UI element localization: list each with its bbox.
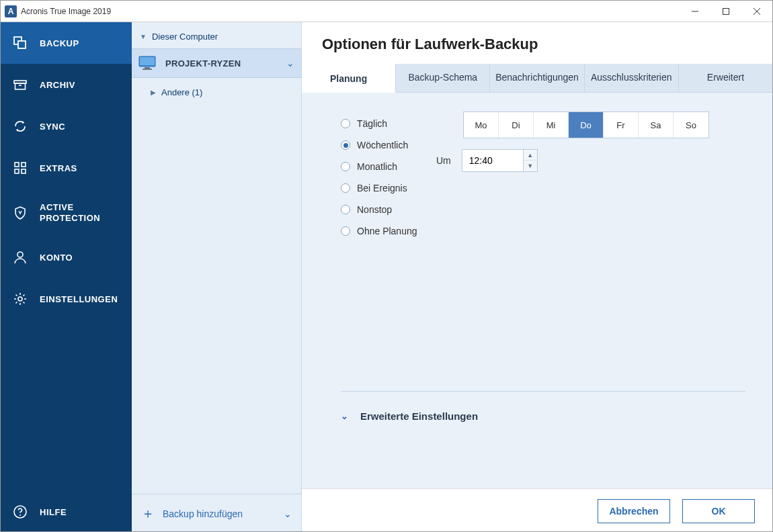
radio-icon	[341, 119, 350, 128]
nav-konto[interactable]: KONTO	[1, 236, 132, 278]
nav-label: KONTO	[40, 253, 73, 263]
nav-sync[interactable]: SYNC	[1, 105, 132, 147]
radio-icon	[341, 140, 350, 150]
nav-label: ARCHIV	[40, 80, 75, 90]
day-di[interactable]: Di	[499, 112, 534, 138]
monitor-icon	[138, 56, 156, 71]
radio-icon	[341, 205, 350, 214]
radio-icon	[341, 162, 350, 171]
window-maximize-button[interactable]	[710, 1, 741, 22]
plus-icon: ＋	[141, 504, 155, 523]
nav-archiv[interactable]: ARCHIV	[1, 64, 132, 105]
help-icon	[13, 504, 28, 519]
svg-rect-1	[723, 8, 729, 14]
shield-icon	[13, 206, 28, 220]
app-icon: A	[5, 5, 17, 17]
time-step-down[interactable]: ▼	[524, 161, 537, 171]
tree-header-label: Dieser Computer	[152, 32, 218, 42]
radio-label: Bei Ereignis	[357, 183, 407, 193]
radio-monatlich[interactable]: Monatlich	[341, 161, 745, 172]
tab-bar: Planung Backup-Schema Benachrichtigungen…	[302, 64, 772, 93]
chevron-down-icon: ▼	[140, 33, 147, 40]
svg-rect-9	[15, 163, 19, 167]
source-item-selected[interactable]: PROJEKT-RYZEN ⌄	[132, 48, 301, 78]
titlebar: A Acronis True Image 2019	[1, 1, 772, 22]
chevron-down-icon[interactable]: ⌄	[284, 508, 292, 519]
page-title: Optionen für Laufwerk-Backup	[302, 22, 772, 64]
nav-extras[interactable]: EXTRAS	[1, 147, 132, 189]
time-input[interactable]	[462, 150, 523, 171]
radio-nonstop[interactable]: Nonstop	[341, 204, 745, 215]
chevron-right-icon: ▶	[151, 89, 156, 96]
svg-rect-18	[140, 57, 155, 65]
close-icon	[754, 8, 760, 15]
tree-header-this-computer[interactable]: ▼ Dieser Computer	[132, 22, 301, 48]
gear-icon	[13, 292, 28, 306]
nav-backup[interactable]: BACKUP	[1, 22, 132, 64]
nav-einstellungen[interactable]: EINSTELLUNGEN	[1, 278, 132, 320]
account-icon	[13, 250, 28, 265]
svg-rect-5	[18, 41, 26, 48]
radio-icon	[341, 226, 350, 236]
radio-label: Monatlich	[357, 161, 397, 172]
add-backup-label: Backup hinzufügen	[163, 508, 243, 519]
nav-label: ACTIVEPROTECTION	[40, 202, 100, 223]
archive-icon	[13, 77, 28, 92]
nav-hilfe[interactable]: HILFE	[1, 491, 132, 532]
radio-ohne-planung[interactable]: Ohne Planung	[341, 226, 745, 236]
tab-label: Backup-Schema	[408, 72, 477, 83]
tab-erweitert[interactable]: Erweitert	[679, 64, 772, 92]
schedule-panel: Täglich Wöchentlich Monatlich Bei Ereign…	[302, 93, 772, 488]
window-close-button[interactable]	[741, 1, 772, 22]
advanced-settings-label: Erweiterte Einstellungen	[360, 410, 478, 422]
main-panel: Optionen für Laufwerk-Backup Planung Bac…	[302, 22, 772, 532]
cancel-button[interactable]: Abbrechen	[598, 499, 670, 523]
weekday-selector: Mo Di Mi Do Fr Sa So	[463, 112, 709, 138]
backup-icon	[13, 36, 28, 50]
maximize-icon	[723, 8, 729, 15]
time-row: Um ▲ ▼	[436, 149, 538, 172]
radio-label: Nonstop	[357, 204, 392, 215]
svg-rect-7	[15, 83, 26, 89]
svg-rect-11	[15, 169, 19, 173]
add-backup-button[interactable]: ＋ Backup hinzufügen ⌄	[132, 494, 301, 532]
chevron-down-icon[interactable]: ⌄	[286, 58, 294, 69]
source-item-label: PROJEKT-RYZEN	[165, 58, 277, 69]
advanced-settings-toggle[interactable]: ⌄ Erweiterte Einstellungen	[341, 410, 745, 422]
ok-button[interactable]: OK	[682, 499, 755, 523]
tab-label: Erweitert	[707, 72, 744, 83]
tree-header-andere[interactable]: ▶ Andere (1)	[132, 78, 301, 104]
nav-label: HILFE	[40, 507, 67, 517]
tree-header-label: Andere (1)	[161, 87, 202, 97]
tab-label: Planung	[330, 73, 367, 84]
day-so[interactable]: So	[674, 112, 708, 138]
svg-point-16	[19, 515, 21, 516]
time-label: Um	[436, 155, 451, 166]
tab-label: Ausschlusskriterien	[591, 72, 672, 83]
svg-point-14	[18, 297, 22, 301]
tab-ausschlusskriterien[interactable]: Ausschlusskriterien	[585, 64, 679, 92]
radio-icon	[341, 183, 350, 193]
tab-benachrichtigungen[interactable]: Benachrichtigungen	[490, 64, 584, 92]
window-minimize-button[interactable]	[680, 1, 710, 22]
tab-planung[interactable]: Planung	[302, 64, 396, 93]
time-step-up[interactable]: ▲	[524, 150, 537, 161]
day-mo[interactable]: Mo	[464, 112, 499, 138]
radio-bei-ereignis[interactable]: Bei Ereignis	[341, 183, 745, 193]
svg-rect-10	[22, 163, 26, 167]
tab-backup-schema[interactable]: Backup-Schema	[396, 64, 490, 92]
app-title: Acronis True Image 2019	[21, 7, 680, 16]
day-do[interactable]: Do	[569, 112, 604, 138]
day-mi[interactable]: Mi	[534, 112, 569, 138]
day-fr[interactable]: Fr	[604, 112, 639, 138]
tab-label: Benachrichtigungen	[495, 72, 579, 83]
chevron-down-icon: ⌄	[341, 411, 348, 421]
nav-label: EXTRAS	[40, 163, 77, 173]
radio-label: Wöchentlich	[357, 140, 408, 150]
day-sa[interactable]: Sa	[639, 112, 674, 138]
svg-rect-20	[143, 69, 152, 70]
sync-icon	[13, 119, 28, 134]
nav-label: BACKUP	[40, 38, 79, 48]
radio-wochentlich[interactable]: Wöchentlich	[341, 140, 745, 150]
nav-active-protection[interactable]: ACTIVEPROTECTION	[1, 189, 132, 236]
